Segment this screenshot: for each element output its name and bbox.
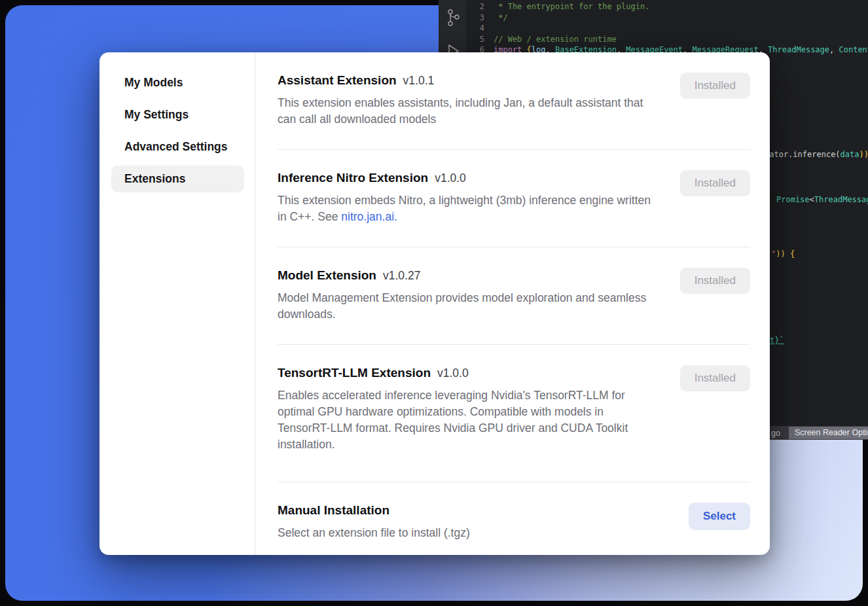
extension-version: v1.0.27 [383,269,420,282]
nitro-jan-ai-link[interactable]: nitro.jan.ai. [341,210,397,223]
extension-info: Assistant Extensionv1.0.1This extension … [278,73,656,128]
line-number: 5 [466,34,484,45]
extension-name: TensortRT-LLM Extension [278,366,431,380]
extension-description: Select an extension file to install (.tg… [278,525,470,541]
extension-row: Model Extensionv1.0.27Model Management E… [278,247,750,345]
code-text: // Web / extension runtime [494,34,617,45]
extension-title: TensortRT-LLM Extensionv1.0.0 [278,365,656,381]
sidebar-item-my-settings[interactable]: My Settings [111,101,244,128]
settings-sidebar: My ModelsMy SettingsAdvanced SettingsExt… [99,52,255,555]
extension-name: Inference Nitro Extension [278,171,428,185]
extension-title: Manual Installation [278,503,470,518]
sidebar-item-advanced-settings[interactable]: Advanced Settings [111,134,244,160]
installed-button[interactable]: Installed [680,73,750,99]
extension-info: Inference Nitro Extensionv1.0.0This exte… [278,170,656,225]
settings-modal: My ModelsMy SettingsAdvanced SettingsExt… [99,52,770,555]
code-text: */ [494,12,508,24]
sidebar-item-my-models[interactable]: My Models [111,69,244,96]
extension-name: Assistant Extension [278,73,397,87]
extension-name: Manual Installation [278,503,389,517]
extensions-list: Assistant Extensionv1.0.1This extension … [255,52,770,555]
extension-version: v1.0.1 [403,74,435,87]
installed-button[interactable]: Installed [680,170,750,196]
extension-version: v1.0.0 [435,171,466,185]
line-number: 4 [466,23,484,34]
extension-description: Enables accelerated inference leveraging… [278,387,656,453]
code-line: 3 */ [466,12,868,24]
extension-row: Inference Nitro Extensionv1.0.0This exte… [278,150,750,247]
line-number: 2 [466,1,484,12]
extension-row: TensortRT-LLM Extensionv1.0.0Enables acc… [278,345,750,482]
extension-description: This extension enables assistants, inclu… [278,95,656,128]
installed-button[interactable]: Installed [680,268,750,294]
extension-title: Model Extensionv1.0.27 [278,268,656,283]
screen-reader-optimized-badge[interactable]: Screen Reader Optimized [789,427,868,439]
select-file-button[interactable]: Select [689,503,750,530]
code-fragment: rator.inference(data)); [765,149,868,160]
code-fragment: Promise<ThreadMessage> [776,194,868,205]
source-control-icon[interactable] [444,8,461,27]
extension-name: Model Extension [278,268,376,282]
extension-row: Assistant Extensionv1.0.1This extension … [278,52,750,150]
code-fragment: t}` [770,335,784,346]
extension-description: This extension embeds Nitro, a lightweig… [278,192,656,225]
line-number: 3 [466,12,484,24]
extension-info: Model Extensionv1.0.27Model Management E… [278,268,656,323]
extension-version: v1.0.0 [437,366,469,380]
installed-button[interactable]: Installed [680,365,750,391]
extension-info: Manual InstallationSelect an extension f… [278,503,470,541]
extension-title: Inference Nitro Extensionv1.0.0 [278,170,656,186]
code-fragment: ")) { [771,249,795,259]
extension-description: Model Management Extension provides mode… [278,290,656,323]
extension-row: Manual InstallationSelect an extension f… [278,482,750,555]
code-line: 5// Web / extension runtime [466,34,868,45]
code-text: * The entrypoint for the plugin. [494,1,649,12]
extension-title: Assistant Extensionv1.0.1 [278,73,656,88]
code-line: 2 * The entrypoint for the plugin. [466,1,868,12]
desktop-canvas: 2 * The entrypoint for the plugin.3 */45… [0,0,868,606]
code-line: 4 [466,23,868,34]
extension-info: TensortRT-LLM Extensionv1.0.0Enables acc… [278,365,656,453]
status-bar-text: go [771,429,780,438]
code-area: 2 * The entrypoint for the plugin.3 */45… [466,1,868,56]
sidebar-item-extensions[interactable]: Extensions [111,166,244,192]
